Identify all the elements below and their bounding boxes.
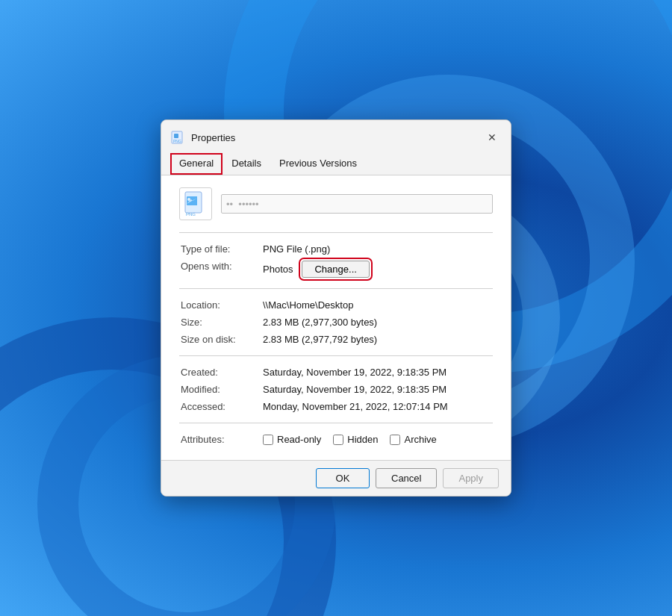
properties-table: Type of file: PNG File (.png) Opens with… (179, 240, 493, 281)
location-row: Location: \\Mac\Home\Desktop (179, 296, 493, 314)
dates-table: Created: Saturday, November 19, 2022, 9:… (179, 364, 493, 415)
tab-details[interactable]: Details (223, 153, 270, 175)
type-value: PNG File (.png) (261, 240, 493, 258)
size-on-disk-label: Size on disk: (179, 331, 261, 348)
divider-1 (179, 232, 493, 233)
archive-label: Archive (404, 434, 436, 445)
accessed-row: Accessed: Monday, November 21, 2022, 12:… (179, 398, 493, 415)
location-value: \\Mac\Home\Desktop (261, 296, 493, 314)
svg-text:PNG: PNG (173, 139, 181, 143)
change-button[interactable]: Change... (302, 261, 369, 278)
divider-3 (179, 355, 493, 356)
tab-bar: General Details Previous Versions (161, 153, 511, 175)
created-value: Saturday, November 19, 2022, 9:18:35 PM (261, 364, 493, 381)
modified-row: Modified: Saturday, November 19, 2022, 9… (179, 381, 493, 398)
readonly-checkbox[interactable] (263, 435, 273, 445)
dialog-title: Properties (191, 132, 476, 143)
cancel-button[interactable]: Cancel (376, 468, 437, 488)
file-name-row: PNG (179, 187, 493, 220)
modified-label: Modified: (179, 381, 261, 398)
ok-button[interactable]: OK (316, 468, 370, 488)
modified-value: Saturday, November 19, 2022, 9:18:35 PM (261, 381, 493, 398)
svg-point-7 (187, 198, 190, 201)
attributes-label: Attributes: (179, 431, 261, 448)
created-row: Created: Saturday, November 19, 2022, 9:… (179, 364, 493, 381)
apply-button[interactable]: Apply (443, 468, 499, 488)
archive-checkbox[interactable] (390, 435, 400, 445)
attributes-row: Attributes: Read-only Hidden (179, 431, 493, 448)
dialog-button-bar: OK Cancel Apply (161, 460, 511, 496)
accessed-value: Monday, November 21, 2022, 12:07:14 PM (261, 398, 493, 415)
close-button[interactable]: ✕ (482, 128, 502, 147)
title-bar: PNG Properties ✕ (161, 120, 511, 153)
size-label: Size: (179, 314, 261, 331)
created-label: Created: (179, 364, 261, 381)
hidden-label: Hidden (347, 434, 378, 445)
type-label: Type of file: (179, 240, 261, 258)
location-label: Location: (179, 296, 261, 314)
accessed-label: Accessed: (179, 398, 261, 415)
properties-dialog: PNG Properties ✕ General Details Previou… (161, 119, 511, 497)
svg-rect-1 (174, 134, 178, 138)
opens-with-label: Opens with: (179, 258, 261, 281)
opens-with-content: Photos Change... (263, 261, 491, 278)
opens-with-row: Opens with: Photos Change... (179, 258, 493, 281)
divider-2 (179, 288, 493, 289)
file-icon-box: PNG (179, 187, 212, 220)
size-row: Size: 2.83 MB (2,977,300 bytes) (179, 314, 493, 331)
hidden-checkbox[interactable] (333, 435, 343, 445)
tab-content-general: PNG Type of file: PNG File (.png) Opens … (161, 175, 511, 460)
readonly-checkbox-label[interactable]: Read-only (263, 434, 321, 445)
tab-previous-versions[interactable]: Previous Versions (270, 153, 366, 175)
type-of-file-row: Type of file: PNG File (.png) (179, 240, 493, 258)
size-on-disk-value: 2.83 MB (2,977,792 bytes) (261, 331, 493, 348)
svg-text:PNG: PNG (186, 212, 196, 217)
attributes-checkboxes: Read-only Hidden Archive (261, 431, 493, 448)
opens-with-cell: Photos Change... (261, 258, 493, 281)
opens-with-value: Photos (263, 264, 293, 275)
dialog-icon: PNG (170, 130, 185, 145)
hidden-checkbox-label[interactable]: Hidden (333, 434, 378, 445)
tab-general[interactable]: General (170, 153, 223, 175)
attributes-table: Attributes: Read-only Hidden (179, 431, 493, 448)
archive-checkbox-label[interactable]: Archive (390, 434, 436, 445)
divider-4 (179, 423, 493, 423)
size-on-disk-row: Size on disk: 2.83 MB (2,977,792 bytes) (179, 331, 493, 348)
file-name-input[interactable] (221, 194, 493, 214)
attributes-checkboxes-row: Read-only Hidden Archive (263, 434, 491, 445)
readonly-label: Read-only (277, 434, 321, 445)
size-value: 2.83 MB (2,977,300 bytes) (261, 314, 493, 331)
file-icon: PNG (182, 190, 209, 217)
location-size-table: Location: \\Mac\Home\Desktop Size: 2.83 … (179, 296, 493, 348)
